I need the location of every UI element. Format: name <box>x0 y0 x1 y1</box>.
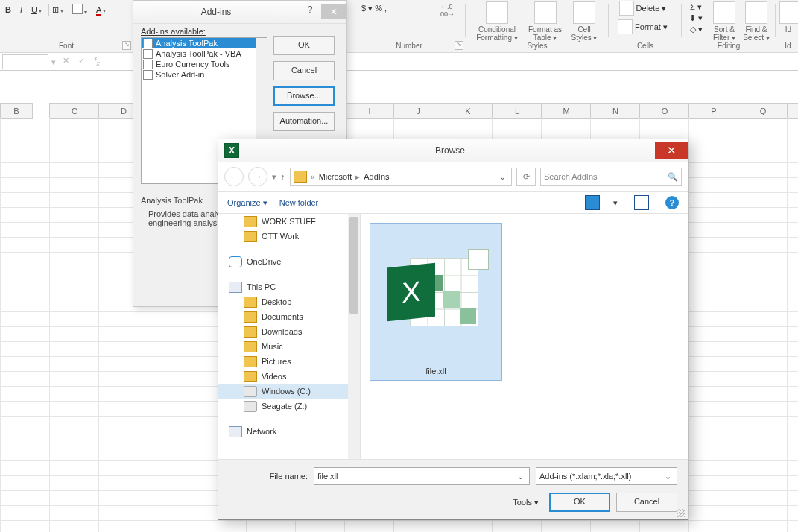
cancel-button[interactable]: Cancel <box>273 61 335 80</box>
tree-item[interactable]: WORK STUFF <box>218 214 360 229</box>
search-input[interactable]: Search AddIns 🔍 <box>540 168 682 186</box>
checkbox-icon[interactable] <box>143 49 153 59</box>
automation-button[interactable]: Automation... <box>273 112 335 131</box>
browse-button[interactable]: Browse... <box>273 86 335 106</box>
col-M[interactable]: M <box>541 103 592 119</box>
decimal-buttons[interactable]: ←.0 .00→ <box>438 3 455 18</box>
addins-titlebar[interactable]: Add-ins ? ✕ <box>133 1 346 24</box>
addin-item-1[interactable]: Analysis ToolPak - VBA <box>142 48 267 59</box>
cell-styles-button[interactable]: CellStyles ▾ <box>568 1 601 42</box>
help-icon[interactable]: ? <box>665 196 679 209</box>
number-expand-icon[interactable]: ↘ <box>455 41 463 50</box>
conditional-formatting-button[interactable]: ConditionalFormatting ▾ <box>472 1 522 42</box>
file-list[interactable]: file.xll <box>361 214 688 459</box>
bold-button[interactable]: B <box>3 4 13 15</box>
name-box[interactable] <box>2 54 48 69</box>
folder-tree[interactable]: WORK STUFF OTT Work OneDrive This PC Des… <box>218 214 361 459</box>
col-L[interactable]: L <box>492 103 542 119</box>
col-C[interactable]: C <box>49 103 100 119</box>
delete-button[interactable]: Delete ▾ <box>615 0 670 18</box>
font-expand-icon[interactable]: ↘ <box>122 41 131 50</box>
close-button[interactable]: ✕ <box>321 4 346 19</box>
browse-titlebar[interactable]: X Browse ✕ <box>218 139 688 162</box>
format-as-table-button[interactable]: Format asTable ▾ <box>525 1 566 42</box>
tree-item[interactable]: Seagate (Z:) <box>218 399 360 414</box>
underline-button[interactable]: U▾ <box>29 4 44 15</box>
browse-cancel-button[interactable]: Cancel <box>616 493 677 512</box>
forward-button[interactable]: → <box>248 167 267 186</box>
back-button[interactable]: ← <box>224 167 244 186</box>
organize-button[interactable]: Organize ▾ <box>227 198 267 208</box>
tree-item[interactable]: Documents <box>218 309 360 324</box>
chevron-down-icon[interactable]: ⌄ <box>662 472 674 481</box>
col-R[interactable]: R <box>787 103 798 119</box>
col-O[interactable]: O <box>639 103 690 119</box>
checkbox-icon[interactable] <box>143 39 153 48</box>
autosum-button[interactable]: Σ ▾ <box>687 1 705 13</box>
col-P[interactable]: P <box>688 103 739 119</box>
clear-button[interactable]: ◇ ▾ <box>687 24 705 35</box>
font-color-button[interactable]: A▾ <box>94 4 108 15</box>
recent-dropdown-icon[interactable]: ▾ <box>272 172 276 182</box>
fill-button[interactable]: ⬇ ▾ <box>687 13 705 24</box>
view-thumbnails-icon[interactable] <box>585 195 600 210</box>
addins-icon[interactable] <box>779 1 798 24</box>
view-dropdown-icon[interactable]: ▾ <box>613 198 618 208</box>
refresh-button[interactable]: ⟳ <box>516 168 536 186</box>
ribbon: B I U▾ ⊞▾ ▾ A▾ Font ↘ $ ▾ % , ←.0 .00→ N… <box>0 0 798 53</box>
file-item-selected[interactable]: file.xll <box>370 223 502 381</box>
ok-button[interactable]: OK <box>273 36 335 55</box>
preview-pane-icon[interactable] <box>634 195 649 210</box>
col-I[interactable]: I <box>344 103 395 119</box>
addins-title: Add-ins <box>133 7 299 17</box>
fill-color-button[interactable]: ▾ <box>70 3 89 16</box>
browse-close-button[interactable]: ✕ <box>655 142 688 159</box>
checkbox-icon[interactable] <box>143 70 153 80</box>
col-Q[interactable]: Q <box>738 103 788 119</box>
tree-item[interactable]: Videos <box>218 369 360 384</box>
col-K[interactable]: K <box>443 103 493 119</box>
sort-filter-button[interactable]: Sort &Filter ▾ <box>709 1 739 42</box>
col-B[interactable]: B <box>0 103 33 119</box>
tree-item-onedrive[interactable]: OneDrive <box>218 254 360 269</box>
resize-grip-icon[interactable] <box>677 508 685 517</box>
cancel-formula-icon[interactable]: ✕ <box>59 56 72 66</box>
drive-icon <box>244 386 257 397</box>
tree-item-network[interactable]: Network <box>218 424 360 439</box>
tree-item-selected[interactable]: Windows (C:) <box>218 384 360 399</box>
addin-item-2[interactable]: Euro Currency Tools <box>142 59 267 69</box>
find-select-button[interactable]: Find &Select ▾ <box>741 1 772 42</box>
tree-item[interactable]: Desktop <box>218 294 360 309</box>
enter-formula-icon[interactable]: ✓ <box>75 56 88 66</box>
fx-icon[interactable]: fx <box>90 56 104 67</box>
col-J[interactable]: J <box>393 103 444 119</box>
onedrive-icon <box>229 256 242 267</box>
borders-button[interactable]: ⊞▾ <box>48 4 66 16</box>
col-N[interactable]: N <box>590 103 641 119</box>
tools-button[interactable]: Tools ▾ <box>513 498 539 507</box>
new-folder-button[interactable]: New folder <box>279 198 319 207</box>
addin-item-0[interactable]: Analysis ToolPak <box>142 38 267 48</box>
browse-ok-button[interactable]: OK <box>549 493 610 512</box>
tree-scrollbar[interactable] <box>348 214 360 459</box>
browse-navbar: ← → ▾ ↑ « Microsoft ▸ AddIns ⌄ ⟳ Search … <box>218 162 688 192</box>
chevron-down-icon[interactable]: ⌄ <box>514 472 526 481</box>
tree-item[interactable]: Music <box>218 339 360 354</box>
filetype-select[interactable]: Add-ins (*.xlam;*.xla;*.xll) ⌄ <box>536 467 677 485</box>
number-format-buttons[interactable]: $ ▾ % , <box>359 3 389 14</box>
tree-item[interactable]: OTT Work <box>218 229 360 244</box>
help-button[interactable]: ? <box>299 4 321 19</box>
tree-item[interactable]: Downloads <box>218 324 360 339</box>
excel-app-icon: X <box>224 143 239 158</box>
tree-item[interactable]: Pictures <box>218 354 360 369</box>
breadcrumb[interactable]: « Microsoft ▸ AddIns ⌄ <box>290 168 513 186</box>
tree-item-thispc[interactable]: This PC <box>218 279 360 294</box>
up-button[interactable]: ↑ <box>281 172 285 181</box>
format-button[interactable]: Format ▾ <box>615 19 670 37</box>
browse-dialog: X Browse ✕ ← → ▾ ↑ « Microsoft ▸ AddIns … <box>218 139 688 520</box>
italic-button[interactable]: I <box>18 4 25 15</box>
chevron-down-icon[interactable]: ⌄ <box>497 172 508 182</box>
checkbox-icon[interactable] <box>143 60 153 69</box>
addin-item-3[interactable]: Solver Add-in <box>142 69 267 80</box>
filename-input[interactable]: file.xll ⌄ <box>314 467 530 485</box>
